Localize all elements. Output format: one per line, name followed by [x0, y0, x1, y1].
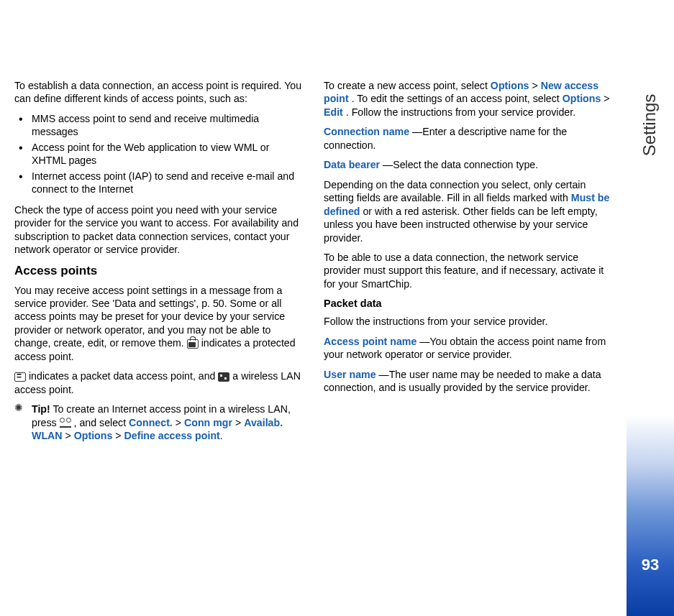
intro-text: To establish a data connection, an acces…: [14, 79, 302, 106]
sidebar-gradient: [627, 415, 674, 616]
apn-row: Access point name —You obtain the access…: [324, 335, 611, 362]
menu-path: Edit: [324, 106, 343, 118]
packet-data-icon: [14, 372, 26, 382]
subsection-heading: Packet data: [324, 297, 611, 311]
receive-text: You may receive access point settings in…: [14, 284, 302, 364]
column-left: To establish a data connection, an acces…: [14, 79, 302, 449]
column-right: To create a new access point, select Opt…: [324, 79, 611, 449]
wlan-icon: [218, 372, 229, 382]
section-heading: Access points: [14, 263, 302, 279]
menu-path: Options: [74, 430, 113, 441]
icons-text: indicates a packet data access point, an…: [14, 369, 302, 396]
menu-path: Conn mgr: [184, 417, 232, 428]
list-item: MMS access point to send and receive mul…: [14, 112, 302, 139]
access-point-list: MMS access point to send and receive mul…: [14, 112, 302, 196]
list-item: Internet access point (IAP) to send and …: [14, 170, 302, 196]
tip-block: Tip! To create an Internet access point …: [14, 403, 302, 442]
menu-key-icon: [60, 419, 71, 428]
data-bearer-row: Data bearer —Select the data connection …: [324, 158, 611, 171]
menu-path: Options: [491, 80, 529, 91]
field-label: Connection name: [324, 126, 409, 137]
username-row: User name —The user name may be needed t…: [324, 368, 611, 395]
depending-text: Depending on the data connection you sel…: [324, 178, 611, 244]
tip-icon: [16, 404, 26, 414]
sidebar: Settings 93: [627, 0, 674, 616]
columns: To establish a data connection, an acces…: [14, 79, 612, 449]
menu-path: Options: [563, 93, 601, 104]
field-label: Access point name: [324, 336, 416, 347]
check-text: Check the type of access point you need …: [14, 203, 302, 257]
sidebar-label: Settings: [640, 94, 660, 157]
conn-name-row: Connection name —Enter a descriptive nam…: [324, 125, 611, 152]
tip-label: Tip!: [32, 403, 50, 415]
menu-path: Define access point: [124, 430, 220, 441]
use-conn-text: To be able to use a data connection, the…: [324, 251, 611, 290]
page-number: 93: [627, 556, 674, 574]
list-item: Access point for the Web application to …: [14, 141, 302, 167]
field-label: User name: [324, 369, 376, 380]
create-text: To create a new access point, select Opt…: [324, 79, 611, 119]
packet-text: Follow the instructions from your servic…: [324, 315, 611, 328]
menu-path: Connect.: [129, 417, 173, 428]
field-label: Data bearer: [324, 159, 380, 170]
page-content: To establish a data connection, an acces…: [0, 0, 627, 616]
lock-icon: [187, 339, 199, 349]
